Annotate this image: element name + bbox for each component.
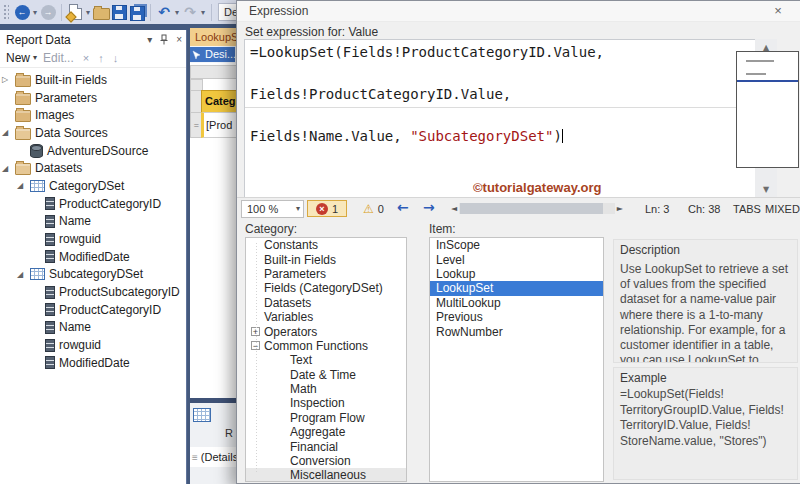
document-tab[interactable]: LookupSe <box>190 28 241 46</box>
row-group-details-item[interactable]: ≡(Details) <box>190 447 236 467</box>
tree-item[interactable]: AdventureDSource <box>0 141 186 159</box>
undo-dropdown-icon[interactable]: ▾ <box>175 8 179 17</box>
new-file-button[interactable] <box>66 2 84 22</box>
toolbar-grip[interactable] <box>3 4 9 20</box>
tree-item[interactable]: ProductSubcategoryID <box>0 282 186 300</box>
close-icon[interactable]: × <box>176 34 182 45</box>
tree-item[interactable]: Name <box>0 212 186 230</box>
new-menu-button[interactable]: New <box>6 51 30 65</box>
expanded-expander-icon[interactable]: ◢ <box>2 164 15 173</box>
tree-item[interactable]: Images <box>0 105 186 123</box>
open-file-button[interactable] <box>92 2 110 22</box>
pin-icon[interactable] <box>159 34 169 45</box>
expanded-expander-icon[interactable]: ◢ <box>2 128 15 137</box>
scroll-right-icon[interactable]: ► <box>617 204 623 213</box>
cat-item[interactable]: Datasets <box>246 296 406 310</box>
expanded-expander-icon[interactable]: ◢ <box>17 181 30 190</box>
cat-item[interactable]: Parameters <box>246 267 406 281</box>
example-panel: Example =LookupSet(Fields!TerritoryGroup… <box>613 367 798 480</box>
tree-item[interactable]: Parameters <box>0 88 186 106</box>
report-data-tree: ▷Built-in FieldsParametersImages◢Data So… <box>0 68 186 371</box>
hscroll-thumb[interactable] <box>460 203 603 214</box>
tree-item[interactable]: ProductCategoryID <box>0 300 186 318</box>
undo-button[interactable]: ↶ <box>155 2 173 22</box>
expanded-expander-icon[interactable]: ◢ <box>17 270 30 279</box>
tree-item[interactable]: ModifiedDate <box>0 247 186 265</box>
redo-dropdown-icon[interactable]: ▾ <box>201 8 205 17</box>
tree-item[interactable]: rowguid <box>0 229 186 247</box>
tree-item[interactable]: ◢CategoryDSet <box>0 176 186 194</box>
previous-error-button[interactable]: ← <box>397 199 409 215</box>
item-item[interactable]: MultiLookup <box>430 296 603 310</box>
cat-item[interactable]: Math <box>246 382 406 396</box>
delete-icon[interactable]: × <box>83 52 89 64</box>
item-item[interactable]: Level <box>430 252 603 266</box>
warning-count-badge[interactable]: ⚠0 <box>363 200 384 217</box>
table-detail-cell[interactable]: [Prod <box>201 112 236 138</box>
tree-item[interactable]: ◢Datasets <box>0 158 186 176</box>
tree-item[interactable]: ModifiedDate <box>0 353 186 371</box>
save-button[interactable] <box>110 2 128 22</box>
tree-item[interactable]: ProductCategoryID <box>0 194 186 212</box>
dialog-titlebar[interactable]: Expression × <box>237 1 800 22</box>
column-handle-bar[interactable] <box>190 65 236 79</box>
item-item[interactable]: RowNumber <box>430 324 603 338</box>
editor-statusbar: 100 %▾ ×1 ⚠0 ← → ◄ ► Ln: 3 Ch: 38 TABS M… <box>237 197 800 220</box>
new-file-dropdown-icon[interactable]: ▾ <box>86 8 90 17</box>
cat-item[interactable]: Miscellaneous <box>246 468 406 482</box>
navigate-forward-button[interactable]: → <box>39 2 57 22</box>
edit-button[interactable]: Edit... <box>43 51 74 65</box>
move-down-icon[interactable]: ↓ <box>113 52 119 64</box>
table-header-cell[interactable]: Categ <box>201 90 236 113</box>
tree-item[interactable]: Name <box>0 318 186 336</box>
cat-item-label: Built-in Fields <box>264 253 336 267</box>
error-count-badge[interactable]: ×1 <box>307 200 347 217</box>
example-label: Example <box>620 371 667 385</box>
redo-button[interactable]: ↷ <box>181 2 199 22</box>
navigate-back-button[interactable]: ← <box>13 2 31 22</box>
field-icon <box>45 286 55 299</box>
expression-code-editor[interactable]: =LookupSet(Fields!ProductCategoryID.Valu… <box>244 39 756 199</box>
report-data-header: Report Data ▾ × <box>0 30 186 48</box>
cat-item[interactable]: Text <box>246 353 406 367</box>
zoom-combobox[interactable]: 100 %▾ <box>241 200 304 218</box>
tree-item-label: Built-in Fields <box>35 73 107 87</box>
item-item[interactable]: InScope <box>430 238 603 252</box>
cat-item[interactable]: Variables <box>246 310 406 324</box>
move-up-icon[interactable]: ↑ <box>98 52 104 64</box>
cat-item[interactable]: Aggregate <box>246 425 406 439</box>
scroll-down-icon[interactable]: ▼ <box>755 185 777 194</box>
save-all-button[interactable] <box>128 2 146 22</box>
window-menu-icon[interactable]: ▾ <box>147 34 152 45</box>
item-item[interactable]: LookupSet <box>430 281 603 295</box>
cat-item[interactable]: Built-in Fields <box>246 252 406 266</box>
hscroll-track[interactable] <box>459 203 615 214</box>
cat-item[interactable]: Constants <box>246 238 406 252</box>
report-canvas[interactable]: Categ = [Prod <box>190 63 236 424</box>
dialog-close-icon[interactable]: × <box>770 3 786 18</box>
cat-item[interactable]: Program Flow <box>246 411 406 425</box>
cat-item[interactable]: −Common Functions <box>246 339 406 353</box>
tree-item[interactable]: ◢Data Sources <box>0 123 186 141</box>
expression-code[interactable]: =LookupSet(Fields!ProductCategoryID.Valu… <box>250 42 604 147</box>
cat-item-label: Common Functions <box>264 339 368 353</box>
scroll-left-icon[interactable]: ◄ <box>451 204 457 213</box>
tree-item[interactable]: ◢SubcategoryDSet <box>0 265 186 283</box>
next-error-button[interactable]: → <box>423 199 435 215</box>
description-panel: Description Use LookupSet to retrieve a … <box>613 239 798 363</box>
item-item[interactable]: Previous <box>430 310 603 324</box>
cat-item[interactable]: Inspection <box>246 396 406 410</box>
cat-item[interactable]: Conversion <box>246 454 406 468</box>
editor-horizontal-scrollbar[interactable]: ◄ ► <box>451 202 623 215</box>
new-menu-dropdown-icon[interactable]: ▾ <box>33 53 37 62</box>
tree-item[interactable]: rowguid <box>0 335 186 353</box>
cat-item[interactable]: +Operators <box>246 324 406 338</box>
cat-item[interactable]: Fields (CategoryDSet) <box>246 281 406 295</box>
tree-item[interactable]: ▷Built-in Fields <box>0 70 186 88</box>
cat-item[interactable]: Date & Time <box>246 368 406 382</box>
item-item[interactable]: Lookup <box>430 267 603 281</box>
back-dropdown-icon[interactable]: ▾ <box>33 8 37 17</box>
collapsed-expander-icon[interactable]: ▷ <box>2 75 15 84</box>
design-view-button[interactable]: Desi... <box>190 47 235 62</box>
cat-item[interactable]: Financial <box>246 439 406 453</box>
